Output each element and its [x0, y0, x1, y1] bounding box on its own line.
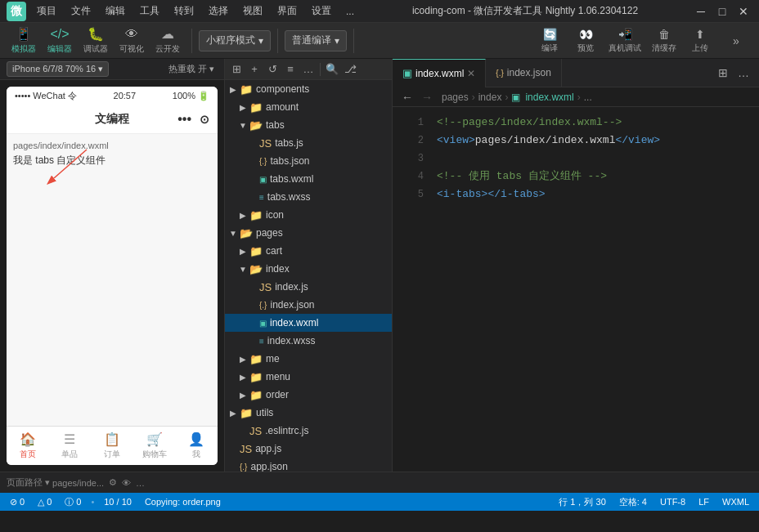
menu-item-tools[interactable]: 工具 — [136, 2, 164, 20]
warning-count[interactable]: △ 0 — [34, 497, 55, 507]
collapse-button[interactable]: ≡ — [282, 61, 299, 78]
preview-button[interactable]: 👀 预览 — [569, 25, 602, 56]
breadcrumb-current-file[interactable]: index.wxml — [525, 92, 573, 103]
tree-item-cart[interactable]: ▶ 📁 cart — [225, 242, 392, 260]
page-path-selector[interactable]: 页面路径 ▾ pages/inde... — [7, 476, 104, 489]
tree-item-index-js[interactable]: JS index.js — [225, 278, 392, 296]
minimize-button[interactable]: ─ — [692, 2, 710, 20]
cursor-position[interactable]: 行 1，列 30 — [555, 496, 609, 508]
device-selector[interactable]: iPhone 6/7/8 70% 16 ▾ — [7, 61, 109, 77]
menu-item-view[interactable]: 视图 — [239, 2, 267, 20]
menu-item-settings[interactable]: 设置 — [308, 2, 335, 20]
tree-item-appjson[interactable]: {.} app.json — [225, 458, 392, 472]
line-ending-indicator[interactable]: LF — [695, 497, 712, 507]
menu-item-goto[interactable]: 转到 — [170, 2, 198, 20]
breadcrumb-more[interactable]: ... — [584, 92, 592, 103]
split-editor-button[interactable]: ⊞ — [715, 65, 731, 81]
tree-item-menu[interactable]: ▶ 📁 menu — [225, 368, 392, 386]
compile-button[interactable]: 🔄 编译 — [533, 25, 566, 56]
tab-index-json[interactable]: {.} index.json — [486, 59, 562, 87]
tree-item-index-wxss[interactable]: ≡ index.wxss — [225, 332, 392, 350]
preview-bottom-button[interactable]: 👁 — [122, 478, 131, 488]
breadcrumb-index[interactable]: index — [478, 92, 502, 103]
tree-item-order[interactable]: ▶ 📁 order — [225, 386, 392, 404]
debugger-toggle-button[interactable]: 🐛 调试器 — [79, 25, 113, 56]
more-tools-button[interactable]: » — [720, 25, 752, 56]
tree-item-tabs-wxss[interactable]: ≡ tabs.wxss — [225, 188, 392, 206]
tree-item-me[interactable]: ▶ 📁 me — [225, 350, 392, 368]
folder-arrow-pages: ▼ — [228, 228, 238, 238]
language-indicator[interactable]: WXML — [719, 497, 752, 507]
tree-item-amount[interactable]: ▶ 📁 amount — [225, 98, 392, 116]
menu-item-select[interactable]: 选择 — [204, 2, 232, 20]
tree-item-index-json[interactable]: {.} index.json — [225, 296, 392, 314]
menu-item-interface[interactable]: 界面 — [273, 2, 301, 20]
error-icon: ⊘ — [10, 497, 17, 507]
camera-icon: ⊙ — [200, 113, 209, 126]
cloud-toggle-button[interactable]: ☁ 云开发 — [150, 25, 185, 56]
editor-toggle-button[interactable]: </> 编辑器 — [43, 25, 77, 56]
compile-dropdown[interactable]: 普通编译 ▾ — [285, 30, 347, 51]
code-editor[interactable]: 1 <!--pages/index/index.wxml--> 2 <view>… — [393, 107, 759, 472]
menu-item-file[interactable]: 文件 — [67, 2, 95, 20]
no-arrow-tabs-js — [248, 138, 258, 148]
message-count[interactable]: 10 / 10 — [101, 497, 135, 507]
close-button[interactable]: ✕ — [734, 2, 752, 20]
no-arrow-tabs-wxml — [248, 174, 258, 184]
tree-item-icon[interactable]: ▶ 📁 icon — [225, 206, 392, 224]
more-file-ops[interactable]: … — [300, 61, 317, 78]
tab-cart-label: 购物车 — [142, 449, 167, 460]
editor-menu-button[interactable]: … — [734, 65, 752, 81]
wxml-icon-tabs: ▣ — [259, 175, 267, 184]
tree-item-tabs-json[interactable]: {.} tabs.json — [225, 152, 392, 170]
git-button[interactable]: ⎇ — [342, 61, 358, 78]
cloud-label: 云开发 — [155, 43, 180, 55]
tab-cart[interactable]: 🛒 购物车 — [133, 431, 176, 460]
tree-item-tabs[interactable]: ▼ 📂 tabs — [225, 116, 392, 134]
clear-cache-button[interactable]: 🗑 清缓存 — [648, 25, 680, 56]
json-icon-index: {.} — [259, 301, 267, 310]
new-folder-button[interactable]: + — [246, 61, 263, 78]
search-file-button[interactable]: 🔍 — [324, 61, 340, 78]
tab-index-wxml[interactable]: ▣ index.wxml ✕ — [393, 59, 486, 87]
menu-item-project[interactable]: 项目 — [33, 2, 61, 20]
close-tab-wxml-button[interactable]: ✕ — [467, 68, 475, 79]
hot-reload-toggle[interactable]: 热重载 开 ▾ — [165, 62, 218, 76]
tree-item-eslintrc[interactable]: JS .eslintrc.js — [225, 422, 392, 440]
refresh-button[interactable]: ↺ — [264, 61, 281, 78]
tree-item-utils[interactable]: ▶ 📁 utils — [225, 404, 392, 422]
settings-bottom-button[interactable]: ⚙ — [109, 477, 117, 488]
error-count[interactable]: ⊘ 0 — [7, 497, 28, 507]
menu-item-more[interactable]: ... — [342, 4, 358, 19]
tree-item-components[interactable]: ▶ 📁 components — [225, 80, 392, 98]
back-button[interactable]: ← — [399, 91, 415, 104]
simulator-toggle-button[interactable]: 📱 模拟器 — [7, 25, 41, 56]
forward-button[interactable]: → — [419, 91, 435, 104]
gear-icon: ⚙ — [109, 477, 117, 488]
tab-home[interactable]: 🏠 首页 — [7, 431, 49, 460]
real-debug-button[interactable]: 📲 真机调试 — [605, 25, 644, 56]
tree-item-tabs-js[interactable]: JS tabs.js — [225, 134, 392, 152]
folder-arrow-tabs: ▼ — [238, 120, 248, 130]
visual-toggle-button[interactable]: 👁 可视化 — [115, 25, 149, 56]
upload-button[interactable]: ⬆ 上传 — [684, 25, 716, 56]
menu-item-edit[interactable]: 编辑 — [101, 2, 129, 20]
tree-item-appjs[interactable]: JS app.js — [225, 440, 392, 458]
indent-setting[interactable]: 空格: 4 — [616, 496, 650, 508]
tree-item-index[interactable]: ▼ 📂 index — [225, 260, 392, 278]
file-tree-toolbar: ⊞ + ↺ ≡ … 🔍 ⎇ — [225, 59, 392, 80]
tab-order[interactable]: 📋 订单 — [91, 431, 133, 460]
tree-item-pages[interactable]: ▼ 📂 pages — [225, 224, 392, 242]
maximize-button[interactable]: □ — [713, 2, 731, 20]
mode-dropdown[interactable]: 小程序模式 ▾ — [199, 30, 271, 51]
tree-item-index-wxml[interactable]: ▣ index.wxml — [225, 314, 392, 332]
encoding-indicator[interactable]: UTF-8 — [657, 497, 689, 507]
content-area: iPhone 6/7/8 70% 16 ▾ 热重载 开 ▾ ••••• WeCh… — [0, 59, 759, 472]
tree-item-tabs-wxml[interactable]: ▣ tabs.wxml — [225, 170, 392, 188]
tab-me[interactable]: 👤 我 — [175, 431, 218, 460]
tab-product[interactable]: ☰ 单品 — [49, 431, 92, 460]
info-count[interactable]: ⓘ 0 — [61, 496, 84, 508]
more-bottom-button[interactable]: … — [136, 478, 145, 488]
breadcrumb-pages[interactable]: pages — [442, 92, 469, 103]
new-file-button[interactable]: ⊞ — [228, 61, 245, 78]
